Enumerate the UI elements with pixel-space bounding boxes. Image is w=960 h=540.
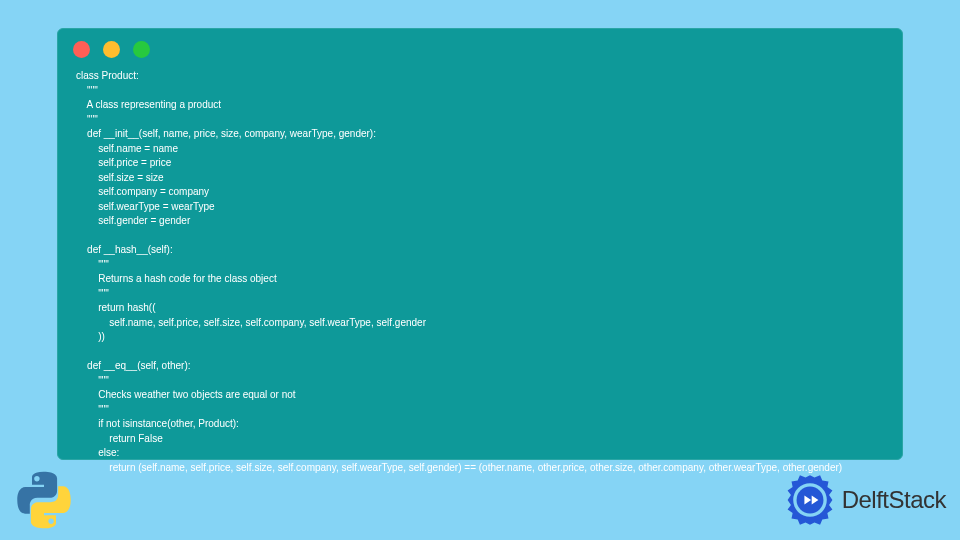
close-icon[interactable] <box>73 41 90 58</box>
python-logo-icon <box>14 470 74 528</box>
delftstack-gear-icon <box>782 472 838 528</box>
code-window: class Product: """ A class representing … <box>57 28 903 460</box>
maximize-icon[interactable] <box>133 41 150 58</box>
window-controls <box>58 29 902 63</box>
delftstack-logo: DelftStack <box>782 472 946 528</box>
code-block: class Product: """ A class representing … <box>58 63 902 485</box>
delftstack-brand-text: DelftStack <box>842 486 946 514</box>
minimize-icon[interactable] <box>103 41 120 58</box>
